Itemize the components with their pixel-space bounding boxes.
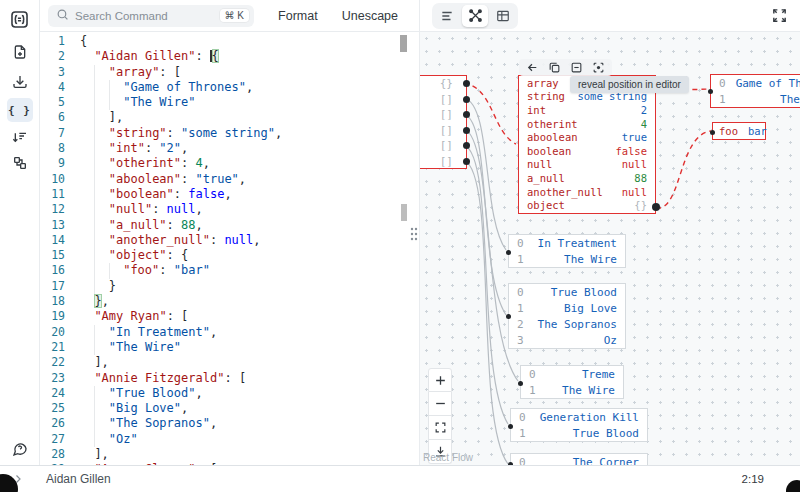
node-row[interactable]: object{} — [519, 198, 655, 212]
node-row[interactable]: foobar — [713, 123, 765, 139]
node-row[interactable]: rd[] — [420, 138, 466, 154]
editor-line[interactable]: 5"The Wire" — [40, 95, 420, 110]
panel-resize-handle[interactable] — [408, 225, 420, 243]
node-row[interactable]: 2The Sopranos — [509, 316, 625, 332]
node-row[interactable]: another_nullnull — [519, 185, 655, 199]
node-row[interactable]: [] — [420, 123, 466, 139]
editor-line[interactable]: 26"The Sopranos", — [40, 416, 420, 431]
editor-line[interactable]: 17} — [40, 279, 420, 294]
node-row[interactable]: 0Game of Thrones — [711, 75, 800, 91]
graph-node-annie-fitzgerald[interactable]: 0True Blood1Big Love2The Sopranos3Oz — [508, 283, 626, 349]
flow-controls — [428, 368, 452, 464]
node-row[interactable]: 1The Wire — [711, 91, 800, 107]
unescape-button[interactable]: Unescape — [342, 9, 398, 23]
editor-line[interactable]: 27"Oz" — [40, 432, 420, 447]
app-logo[interactable] — [7, 7, 33, 31]
editor-line[interactable]: 28], — [40, 447, 420, 462]
editor-line[interactable]: 18}, — [40, 294, 420, 309]
editor-line[interactable]: 14"another_null": null, — [40, 233, 420, 248]
node-row[interactable]: 0The Corner — [511, 454, 647, 465]
code-text: "otherint": 4, — [80, 156, 210, 171]
graph-node-array-items[interactable]: 0Game of Thrones1The Wire — [710, 74, 800, 108]
node-row[interactable]: {} — [420, 76, 466, 92]
editor-line[interactable]: 13"a_null": 88, — [40, 218, 420, 233]
editor-line[interactable]: 23"Annie Fitzgerald": [ — [40, 371, 420, 386]
node-row[interactable]: 1The Wire — [509, 251, 625, 267]
json-code-editor[interactable]: 1{2"Aidan Gillen": {3"array": [4"Game of… — [40, 32, 420, 465]
line-number: 10 — [40, 172, 80, 187]
node-row[interactable]: 1Big Love — [509, 300, 625, 316]
download-icon[interactable] — [7, 70, 33, 94]
node-row[interactable]: [] — [420, 107, 466, 123]
editor-line[interactable]: 4"Game of Thrones", — [40, 80, 420, 95]
fullscreen-icon[interactable] — [771, 7, 788, 24]
editor-line[interactable]: 1{ — [40, 34, 420, 49]
zoom-out-icon[interactable] — [428, 392, 452, 416]
node-row[interactable]: 0True Blood — [509, 284, 625, 300]
node-row[interactable]: 0Generation Kill — [511, 409, 647, 425]
duplicate-icon[interactable] — [548, 61, 561, 74]
node-row[interactable]: 3Oz — [509, 332, 625, 348]
react-flow-attribution: React Flow — [423, 452, 473, 463]
back-arrow-icon[interactable] — [526, 61, 539, 74]
editor-line[interactable]: 15"object": { — [40, 248, 420, 263]
editor-line[interactable]: 6], — [40, 110, 420, 125]
sort-icon[interactable] — [7, 126, 33, 150]
line-number: 16 — [40, 263, 80, 278]
focus-icon[interactable] — [592, 61, 605, 74]
editor-line[interactable]: 24"True Blood", — [40, 386, 420, 401]
editor-line[interactable]: 12"null": null, — [40, 202, 420, 217]
editor-line[interactable]: 22], — [40, 355, 420, 370]
node-row[interactable]: otherint4 — [519, 117, 655, 131]
node-row[interactable]: nullnull — [519, 158, 655, 172]
json-braces-icon[interactable]: { } — [7, 98, 33, 122]
collapse-icon[interactable] — [570, 61, 583, 74]
editor-line[interactable]: 7"string": "some string", — [40, 126, 420, 141]
node-row[interactable]: abooleantrue — [519, 130, 655, 144]
graph-view-icon[interactable] — [462, 5, 488, 27]
node-row[interactable]: a_null88 — [519, 171, 655, 185]
editor-line[interactable]: 19"Amy Ryan": [ — [40, 309, 420, 324]
list-view-icon[interactable] — [434, 5, 460, 27]
editor-scrollbar-thumb[interactable] — [400, 35, 407, 52]
transform-nodes-icon[interactable] — [7, 151, 33, 175]
node-row[interactable]: [] — [420, 92, 466, 108]
editor-line[interactable]: 10"aboolean": "true", — [40, 172, 420, 187]
graph-node-object-foo[interactable]: foobar — [712, 122, 766, 140]
editor-line[interactable]: 9"otherint": 4, — [40, 156, 420, 171]
graph-node-anwan-glover[interactable]: 0Treme1The Wire — [520, 365, 624, 399]
line-number: 9 — [40, 156, 80, 171]
search-input[interactable]: Search Command ⌘ K — [48, 5, 254, 27]
code-text: "The Sopranos", — [80, 416, 217, 431]
table-view-icon[interactable] — [490, 5, 516, 27]
editor-line[interactable]: 2"Aidan Gillen": { — [40, 49, 420, 64]
editor-line[interactable]: 8"int": "2", — [40, 141, 420, 156]
node-row[interactable]: [] — [420, 154, 466, 170]
editor-line[interactable]: 25"Big Love", — [40, 401, 420, 416]
editor-line[interactable]: 3"array": [ — [40, 65, 420, 80]
graph-node-clarke[interactable]: 0The Corner — [510, 453, 648, 465]
node-row[interactable]: 0In Treatment — [509, 235, 625, 251]
node-row[interactable]: 1The Wire — [521, 382, 623, 398]
editor-line[interactable]: 20"In Treatment", — [40, 325, 420, 340]
help-bubble-icon[interactable] — [7, 437, 33, 461]
line-number: 1 — [40, 34, 80, 49]
node-row[interactable]: 0Treme — [521, 366, 623, 382]
node-row[interactable]: 1True Blood — [511, 425, 647, 441]
graph-node-alexander[interactable]: 0Generation Kill1True Blood — [510, 408, 648, 442]
graph-canvas[interactable]: {}[][][]rd[][] arraystringsome stringint… — [420, 32, 800, 465]
new-document-icon[interactable] — [7, 40, 33, 64]
editor-line[interactable]: 21"The Wire" — [40, 340, 420, 355]
graph-node-root[interactable]: {}[][][]rd[][] — [420, 75, 467, 169]
format-button[interactable]: Format — [278, 9, 318, 23]
fit-view-icon[interactable] — [428, 416, 452, 440]
line-number: 25 — [40, 401, 80, 416]
node-row[interactable]: booleanfalse — [519, 144, 655, 158]
editor-line[interactable]: 16"foo": "bar" — [40, 263, 420, 278]
node-row[interactable]: int2 — [519, 103, 655, 117]
zoom-in-icon[interactable] — [428, 368, 452, 392]
editor-line[interactable]: 11"boolean": false, — [40, 187, 420, 202]
search-shortcut-badge: ⌘ K — [220, 9, 249, 22]
graph-node-amy-ryan[interactable]: 0In Treatment1The Wire — [508, 234, 626, 268]
graph-node-aidan-gillen[interactable]: arraystringsome stringint2otherint4abool… — [518, 75, 656, 214]
